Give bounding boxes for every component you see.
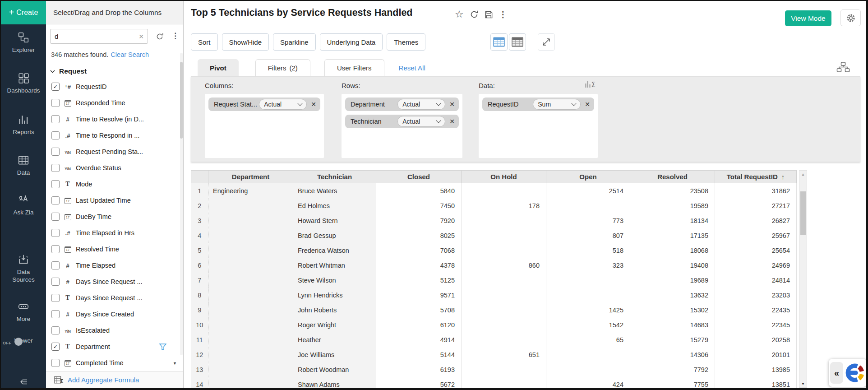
clear-search-icon[interactable]: ✕ [135,33,148,40]
field-row-time-to-respond-in[interactable]: .#Time to Respond in ... [46,127,183,144]
filter-funnel-icon[interactable] [159,344,166,350]
table-scroll-thumb[interactable] [800,191,806,235]
save-icon[interactable] [485,10,493,19]
search-input[interactable] [51,32,135,41]
toolbar-button-sparkline[interactable]: Sparkline [273,33,316,51]
field-row-time-elapsed-in-hrs[interactable]: .#Time Elapsed in Hrs [46,225,183,241]
more-options-icon[interactable]: ⋮ [499,9,507,19]
aggregation-dropdown[interactable]: Sum [533,99,581,110]
toolbar-button-themes[interactable]: Themes [387,33,425,51]
add-aggregate-formula-button[interactable]: Σ Add Aggregate Formula [46,371,183,388]
field-row-request-pending-sta[interactable]: Y/NRequest Pending Sta... [46,144,183,160]
toolbar-button-show-hide[interactable]: Show/Hide [222,33,269,51]
refresh-fields-icon[interactable] [156,32,164,41]
fields-menu-icon[interactable]: ⋮ [171,31,179,41]
column-header-on-hold[interactable]: On Hold [462,171,546,183]
sidebar-item-data-sources[interactable]: Data Sources [1,254,46,283]
columns-pill-request-stat[interactable]: Request Stat...Actual✕ [208,98,320,111]
toolbar-button-sort[interactable]: Sort [191,33,218,51]
field-row-resolved-time[interactable]: 17Resolved Time [46,241,183,257]
hierarchy-view-icon[interactable] [836,61,850,73]
field-checkbox[interactable] [51,261,60,269]
analytics-logo[interactable] [845,362,865,383]
aggregation-dropdown[interactable]: Actual [397,99,445,110]
field-checkbox[interactable]: ✓ [51,83,60,91]
field-row-requestid[interactable]: ✓⁺#RequestID [46,79,183,95]
sidebar-item-dashboards[interactable]: Dashboards [1,72,46,94]
collapse-sidebar-button[interactable] [1,376,46,387]
field-checkbox[interactable] [51,213,60,221]
field-row-responded-time[interactable]: 17Responded Time [46,95,183,111]
view-mode-button[interactable]: View Mode [785,10,831,26]
sidebar-item-viewer[interactable]: OFFViewer [1,337,46,344]
field-row-overdue-status[interactable]: Y/NOverdue Status [46,160,183,176]
reset-all-link[interactable]: Reset All [399,64,425,72]
remove-pill-icon[interactable]: ✕ [449,118,455,125]
data-dropzone[interactable]: RequestIDSum✕ [479,94,598,158]
field-checkbox[interactable] [51,115,60,123]
field-checkbox[interactable] [51,359,60,367]
field-row-completed-time[interactable]: 17Completed Time [46,355,183,371]
remove-pill-icon[interactable]: ✕ [585,101,590,108]
tab-filters[interactable]: Filters(2) [255,59,310,76]
column-header-total-requestid[interactable]: Total RequestID↑ [715,171,797,183]
sidebar-item-data[interactable]: Data [1,154,46,176]
field-checkbox[interactable] [51,326,60,334]
field-row-mode[interactable]: TMode [46,176,183,192]
column-header-open[interactable]: Open [546,171,630,183]
scroll-down-icon[interactable]: ▼ [173,361,177,366]
refresh-report-icon[interactable] [470,10,479,19]
data-summary-icon[interactable]: Σ [585,79,596,89]
columns-dropzone[interactable]: Request Stat...Actual✕ [205,94,324,158]
table-scrollbar[interactable]: ▲ ▼ [799,170,807,388]
section-request[interactable]: Request [50,67,87,75]
field-checkbox[interactable] [51,99,60,107]
field-checkbox[interactable] [51,278,60,286]
aggregation-dropdown[interactable]: Actual [397,116,445,127]
tab-user-filters[interactable]: User Filters [324,59,384,76]
field-checkbox[interactable] [51,180,60,188]
rows-pill-technician[interactable]: TechnicianActual✕ [345,115,459,128]
data-pill-requestid[interactable]: RequestIDSum✕ [482,98,594,111]
favorite-star-icon[interactable]: ☆ [455,9,464,20]
field-row-isescalated[interactable]: Y/NIsEscalated [46,322,183,339]
field-checkbox[interactable] [51,131,60,139]
table-view-button[interactable] [490,33,508,51]
field-row-days-since-request[interactable]: TDays Since Request ... [46,290,183,306]
field-row-department[interactable]: ✓TDepartment [46,339,183,355]
field-checkbox[interactable] [51,310,60,318]
field-list-scroll-thumb[interactable] [180,62,183,139]
rows-dropzone[interactable]: DepartmentActual✕TechnicianActual✕ [342,94,462,158]
field-checkbox[interactable] [51,164,60,172]
compact-view-button[interactable] [509,33,526,51]
field-row-last-updated-time[interactable]: 17Last Updated Time [46,192,183,209]
collapse-widget-button[interactable]: « [830,362,843,384]
field-row-days-since-created[interactable]: #Days Since Created [46,306,183,322]
sidebar-item-more[interactable]: More [1,301,46,323]
remove-pill-icon[interactable]: ✕ [311,101,316,108]
rows-pill-department[interactable]: DepartmentActual✕ [345,98,459,111]
settings-button[interactable] [840,9,861,26]
field-row-days-since-request[interactable]: #Days Since Request ... [46,274,183,290]
field-row-time-to-resolve-in-d[interactable]: #Time to Resolve (in D... [46,111,183,127]
field-row-time-elapsed[interactable]: #Time Elapsed [46,257,183,274]
aggregation-dropdown[interactable]: Actual [259,99,307,110]
field-checkbox[interactable] [51,196,60,204]
sidebar-item-ask-zia[interactable]: Ask Zia [1,194,46,216]
fit-columns-button[interactable] [538,33,555,51]
scroll-up-icon[interactable]: ▲ [799,172,807,176]
field-checkbox[interactable] [51,245,60,253]
field-checkbox[interactable]: ✓ [51,343,60,351]
scroll-down-icon[interactable]: ▼ [799,382,807,386]
column-header-resolved[interactable]: Resolved [630,171,715,183]
field-row-dueby-time[interactable]: 17DueBy Time [46,209,183,225]
sidebar-item-explorer[interactable]: Explorer [1,32,46,54]
column-header-technician[interactable]: Technician [293,171,376,183]
remove-pill-icon[interactable]: ✕ [449,101,455,108]
column-header-closed[interactable]: Closed [376,171,462,183]
sidebar-item-reports[interactable]: Reports [1,114,46,136]
field-checkbox[interactable] [51,229,60,237]
clear-search-link[interactable]: Clear Search [111,51,149,58]
field-checkbox[interactable] [51,294,60,302]
tab-pivot[interactable]: Pivot [198,59,239,76]
